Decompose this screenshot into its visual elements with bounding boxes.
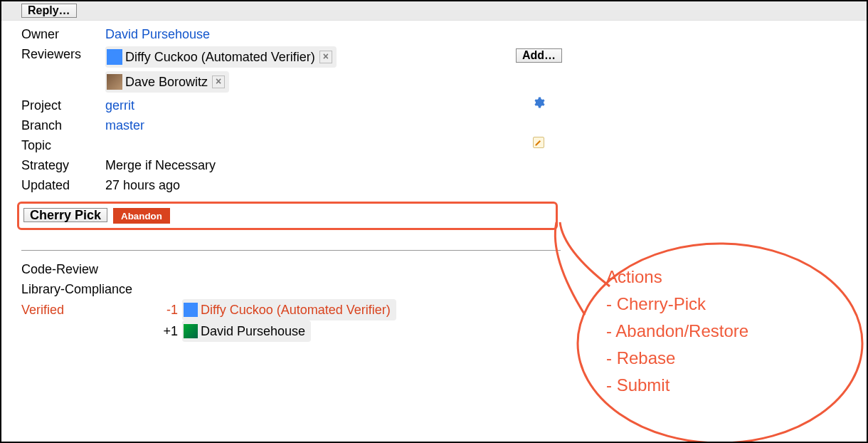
code-review-label: Code-Review: [21, 259, 157, 279]
topbar: Reply…: [1, 1, 867, 21]
branch-label: Branch: [21, 116, 100, 135]
reply-button[interactable]: Reply…: [21, 4, 77, 18]
project-label: Project: [21, 96, 100, 115]
avatar-icon: [107, 49, 122, 65]
verified-label: Verified: [21, 300, 157, 320]
project-link[interactable]: gerrit: [105, 98, 134, 113]
voter-name: David Pursehouse: [201, 321, 305, 341]
abandon-button[interactable]: Abandon: [113, 208, 170, 224]
cherry-pick-button[interactable]: Cherry Pick: [23, 208, 107, 222]
reviewer-name: Dave Borowitz: [125, 73, 208, 91]
avatar-icon: [184, 324, 198, 338]
annotation-text: Actions - Cherry-Pick - Abandon/Restore …: [606, 264, 748, 399]
voter-name: Diffy Cuckoo (Automated Verifier): [201, 300, 391, 320]
updated-value: 27 hours ago: [105, 176, 510, 194]
vote-chip[interactable]: David Pursehouse: [182, 320, 311, 342]
branch-link[interactable]: master: [105, 118, 144, 132]
vote-chip[interactable]: Diffy Cuckoo (Automated Verifier): [182, 299, 396, 320]
reviewer-chip[interactable]: Diffy Cuckoo (Automated Verifier)×: [105, 46, 337, 68]
add-reviewer-button[interactable]: Add…: [516, 48, 562, 63]
gear-icon[interactable]: [532, 98, 545, 112]
divider: [21, 250, 561, 251]
reviewer-chip[interactable]: Dave Borowitz×: [105, 71, 229, 93]
strategy-label: Strategy: [21, 156, 100, 174]
app-window: Reply… Owner David Pursehouse Reviewers …: [0, 0, 868, 443]
remove-reviewer-icon[interactable]: ×: [319, 51, 332, 63]
library-compliance-label: Library-Compliance: [21, 279, 157, 299]
annotation-item: - Cherry-Pick: [606, 291, 748, 318]
reviewers-list: Diffy Cuckoo (Automated Verifier)×Dave B…: [105, 45, 510, 95]
annotation-item: - Abandon/Restore: [606, 318, 748, 345]
annotation-item: - Submit: [606, 372, 748, 399]
avatar-icon: [184, 303, 198, 317]
owner-link[interactable]: David Pursehouse: [105, 27, 210, 41]
annotation-title: Actions: [606, 264, 748, 291]
owner-label: Owner: [21, 25, 100, 43]
remove-reviewer-icon[interactable]: ×: [212, 75, 225, 88]
strategy-value: Merge if Necessary: [105, 156, 510, 174]
updated-label: Updated: [21, 176, 100, 194]
edit-icon[interactable]: [532, 136, 545, 152]
annotation-item: - Rebase: [606, 345, 748, 372]
vote-score: -1: [157, 300, 178, 320]
reviewers-label: Reviewers: [21, 45, 100, 63]
topic-label: Topic: [21, 136, 100, 155]
avatar-icon: [107, 74, 122, 90]
vote-score: +1: [157, 321, 178, 341]
actions-row: Cherry Pick Abandon: [17, 202, 558, 230]
change-info-grid: Owner David Pursehouse Reviewers Diffy C…: [1, 21, 582, 194]
reviewer-name: Diffy Cuckoo (Automated Verifier): [125, 48, 315, 66]
